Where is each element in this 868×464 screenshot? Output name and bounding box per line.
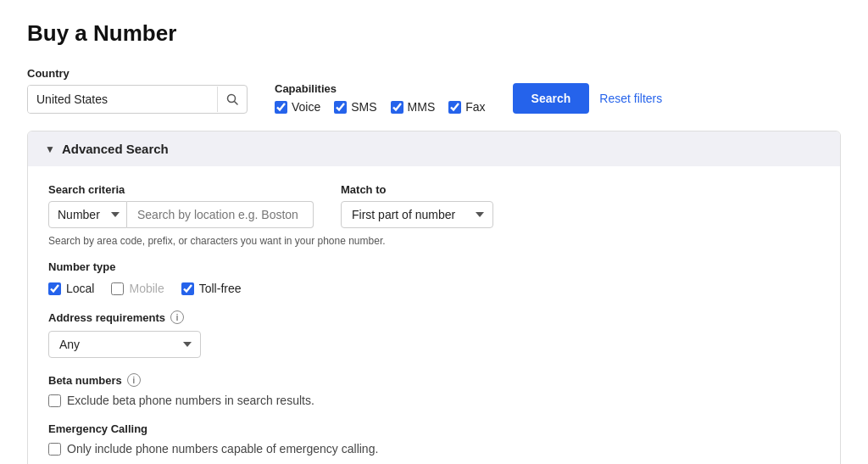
nt-mobile-checkbox[interactable] (111, 282, 124, 295)
cap-fax-checkbox[interactable] (448, 101, 461, 114)
nt-tollfree-checkbox[interactable] (181, 282, 194, 295)
page-title: Buy a Number (27, 20, 841, 47)
nt-tollfree[interactable]: Toll-free (181, 282, 242, 295)
address-req-info-icon[interactable]: i (170, 310, 184, 324)
criteria-group: Search criteria Number Pattern Location (48, 183, 314, 228)
actions-group: Search Reset filters (513, 83, 666, 114)
cap-voice-label: Voice (292, 100, 320, 114)
criteria-text-input[interactable] (127, 201, 314, 228)
emergency-check-row[interactable]: Only include phone numbers capable of em… (48, 442, 820, 456)
nt-tollfree-label: Toll-free (199, 282, 242, 295)
country-label: Country (27, 67, 248, 80)
cap-sms-label: SMS (351, 100, 376, 114)
criteria-type-select[interactable]: Number Pattern Location (48, 201, 127, 228)
cap-fax-label: Fax (465, 100, 485, 114)
criteria-inputs: Number Pattern Location (48, 201, 314, 228)
country-input[interactable] (28, 86, 217, 113)
beta-title-row: Beta numbers i (48, 373, 820, 387)
nt-mobile-label: Mobile (129, 282, 164, 295)
cap-mms[interactable]: MMS (391, 100, 436, 114)
cap-voice[interactable]: Voice (275, 100, 320, 114)
cap-mms-checkbox[interactable] (391, 101, 403, 114)
search-criteria-row: Search criteria Number Pattern Location … (48, 183, 820, 228)
emergency-label: Emergency Calling (48, 422, 820, 435)
search-criteria-label: Search criteria (48, 183, 314, 196)
advanced-search-header[interactable]: ▼ Advanced Search (28, 131, 840, 166)
match-to-label: Match to (341, 183, 493, 196)
number-type-label: Number type (48, 260, 820, 273)
advanced-search-body: Search criteria Number Pattern Location … (28, 166, 840, 464)
criteria-helper-text: Search by area code, prefix, or characte… (48, 235, 820, 247)
beta-checkbox[interactable] (48, 394, 61, 407)
cap-fax[interactable]: Fax (448, 100, 485, 114)
country-search-icon[interactable] (217, 87, 247, 112)
nt-local-checkbox[interactable] (48, 282, 61, 295)
cap-voice-checkbox[interactable] (275, 101, 287, 114)
emergency-checkbox[interactable] (48, 443, 61, 456)
number-type-section: Number type Local Mobile Toll-free (48, 260, 820, 295)
number-type-row: Local Mobile Toll-free (48, 282, 820, 295)
address-req-label-row: Address requirements i (48, 310, 820, 324)
match-to-select[interactable]: First part of number Any part of number … (341, 201, 493, 228)
chevron-down-icon: ▼ (45, 143, 55, 155)
search-button[interactable]: Search (513, 83, 590, 114)
advanced-search-panel: ▼ Advanced Search Search criteria Number… (27, 131, 841, 464)
cap-sms[interactable]: SMS (334, 100, 376, 114)
beta-check-row[interactable]: Exclude beta phone numbers in search res… (48, 394, 820, 407)
reset-filters-button[interactable]: Reset filters (596, 83, 665, 114)
nt-local-label: Local (66, 282, 94, 295)
address-req-label: Address requirements (48, 311, 165, 324)
address-req-section: Address requirements i Any None Local Fo… (48, 310, 820, 358)
match-to-group: Match to First part of number Any part o… (341, 183, 493, 228)
cap-mms-label: MMS (408, 100, 436, 114)
nt-local[interactable]: Local (48, 282, 94, 295)
beta-info-icon[interactable]: i (127, 373, 141, 387)
capabilities-checkboxes: Voice SMS MMS Fax (275, 100, 486, 114)
beta-check-label: Exclude beta phone numbers in search res… (67, 394, 314, 407)
address-req-select[interactable]: Any None Local Foreign (48, 331, 201, 358)
nt-mobile[interactable]: Mobile (111, 282, 164, 295)
country-input-wrapper (27, 85, 248, 114)
emergency-check-label: Only include phone numbers capable of em… (67, 442, 378, 456)
cap-sms-checkbox[interactable] (334, 101, 347, 114)
beta-section: Beta numbers i Exclude beta phone number… (48, 373, 820, 407)
beta-label: Beta numbers (48, 374, 122, 387)
emergency-section: Emergency Calling Only include phone num… (48, 422, 820, 456)
svg-line-1 (235, 102, 238, 105)
advanced-search-title: Advanced Search (62, 142, 169, 156)
capabilities-label: Capabilities (275, 82, 486, 95)
